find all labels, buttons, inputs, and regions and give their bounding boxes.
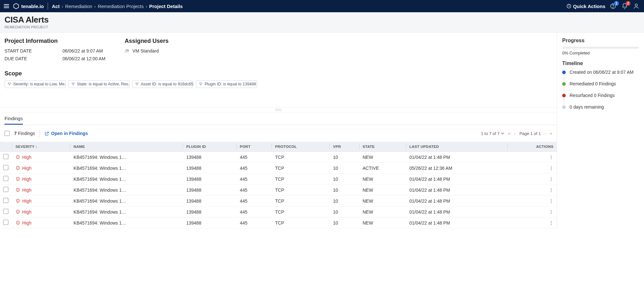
start-date-label: START DATE [5, 48, 50, 53]
severity-cell: High [15, 166, 67, 171]
shield-icon [15, 198, 20, 203]
select-all-checkbox[interactable] [5, 131, 10, 136]
project-info-section: Project Information START DATE 06/06/22 … [5, 38, 105, 64]
menu-icon[interactable] [4, 4, 9, 8]
state-cell: NEW [360, 174, 406, 185]
col-port[interactable]: PORT [237, 142, 272, 152]
table-row[interactable]: HighKB4571694: Windows 1…139488445TCP10A… [0, 163, 557, 174]
row-checkbox[interactable] [3, 187, 8, 192]
col-name[interactable]: NAME [70, 142, 183, 152]
timeline-dot-icon [562, 82, 566, 86]
col-severity[interactable]: SEVERITY↓ [12, 142, 70, 152]
vpr-cell: 10 [330, 174, 360, 185]
state-cell: NEW [360, 196, 406, 207]
timeline-dot-icon [562, 71, 566, 74]
vpr-cell: 10 [330, 163, 360, 174]
timeline-heading: Timeline [562, 61, 639, 66]
brand-logo[interactable]: tenable.io [13, 3, 44, 9]
col-protocol[interactable]: PROTOCOL [272, 142, 330, 152]
row-checkbox[interactable] [3, 198, 8, 203]
col-actions: ACTIONS [508, 142, 557, 152]
shield-icon [15, 209, 20, 214]
col-vpr[interactable]: VPR [330, 142, 360, 152]
shield-icon [15, 166, 20, 170]
table-row[interactable]: HighKB4571694: Windows 1…139488445TCP10N… [0, 196, 557, 207]
shield-icon [15, 155, 20, 159]
name-cell: KB4571694: Windows 1… [70, 163, 183, 174]
table-row[interactable]: HighKB4571694: Windows 1…139488445TCP10N… [0, 207, 557, 217]
state-cell: ACTIVE [360, 163, 406, 174]
row-checkbox[interactable] [3, 154, 8, 159]
progress-heading: Progress [562, 38, 639, 43]
breadcrumb-root[interactable]: Act [52, 4, 60, 9]
timeline-item: Created on 06/06/22 at 9:07 AM [562, 70, 639, 81]
col-plugin-id[interactable]: PLUGIN ID [183, 142, 236, 152]
svg-point-4 [635, 4, 638, 6]
bell-icon[interactable]: 2 [621, 2, 629, 10]
filter-chip[interactable]: Asset ID: is equal to 916dc65… [132, 80, 193, 88]
breadcrumb-item[interactable]: Remediation Projects [98, 4, 144, 9]
row-checkbox[interactable] [3, 209, 8, 214]
filter-chip[interactable]: State: is equal to Active, Res… [68, 80, 130, 88]
row-actions-button[interactable]: ⋮ [508, 196, 557, 207]
pager-next-button[interactable]: › [545, 131, 546, 136]
title-strip: CISA Alerts REMEDIATION PROJECT [0, 12, 644, 33]
divider [48, 3, 48, 10]
row-actions-button[interactable]: ⋮ [508, 163, 557, 174]
row-actions-button[interactable]: ⋮ [508, 185, 557, 196]
open-in-findings-link[interactable]: Open in Findings [44, 131, 88, 136]
user-icon[interactable] [632, 2, 640, 10]
svg-point-9 [18, 158, 18, 158]
last-updated-cell: 01/04/22 at 1:48 PM [406, 196, 508, 207]
table-row[interactable]: HighKB4571694: Windows 1…139488445TCP10N… [0, 152, 557, 163]
row-checkbox[interactable] [3, 220, 8, 225]
row-checkbox[interactable] [3, 176, 8, 181]
pager-prev-button[interactable]: ‹ [514, 131, 515, 136]
plugin-id-cell: 139488 [183, 185, 236, 196]
row-actions-button[interactable]: ⋮ [508, 217, 557, 228]
help-badge: 1 [614, 1, 619, 6]
row-actions-button[interactable]: ⋮ [508, 174, 557, 185]
quick-actions-button[interactable]: Quick Actions [566, 4, 605, 9]
pager-first-button[interactable]: ⇤ [508, 131, 512, 136]
breadcrumb-item[interactable]: Remediation [65, 4, 92, 9]
col-last-updated[interactable]: LAST UPDATED [406, 142, 508, 152]
table-row[interactable]: HighKB4571694: Windows 1…139488445TCP10N… [0, 185, 557, 196]
table-row[interactable]: HighKB4571694: Windows 1…139488445TCP10N… [0, 174, 557, 185]
table-row[interactable]: HighKB4571694: Windows 1…139488445TCP10N… [0, 217, 557, 228]
resize-handle[interactable] [0, 107, 557, 112]
divider [40, 130, 40, 137]
last-updated-cell: 01/04/22 at 1:48 PM [406, 174, 508, 185]
svg-point-13 [18, 201, 18, 202]
port-cell: 445 [237, 207, 272, 217]
protocol-cell: TCP [272, 196, 330, 207]
port-cell: 445 [237, 217, 272, 228]
shield-icon [15, 177, 20, 181]
findings-count: 7 Findings [14, 131, 35, 136]
protocol-cell: TCP [272, 163, 330, 174]
row-checkbox[interactable] [3, 165, 8, 170]
row-actions-button[interactable]: ⋮ [508, 207, 557, 217]
port-cell: 445 [237, 163, 272, 174]
help-icon[interactable]: 1 [609, 2, 617, 10]
pager-last-button[interactable]: ⇥ [549, 131, 552, 136]
col-state[interactable]: STATE [360, 142, 406, 152]
topbar: tenable.io Act › Remediation › Remediati… [0, 0, 644, 12]
name-cell: KB4571694: Windows 1… [70, 185, 183, 196]
name-cell: KB4571694: Windows 1… [70, 196, 183, 207]
progress-bar [562, 47, 639, 49]
tab-findings[interactable]: Findings [5, 116, 23, 125]
protocol-cell: TCP [272, 185, 330, 196]
state-cell: NEW [360, 152, 406, 163]
timeline-text: 0 days remaining [570, 104, 604, 110]
drag-icon [275, 109, 282, 111]
pager-range-dropdown[interactable]: 1 to 7 of 7 [481, 131, 504, 136]
filter-chip[interactable]: Severity: is equal to Low, Me… [5, 80, 66, 88]
filter-chip[interactable]: Plugin ID: is equal to 139488 [196, 80, 257, 88]
findings-table: SEVERITY↓ NAME PLUGIN ID PORT PROTOCOL V… [0, 142, 557, 228]
row-actions-button[interactable]: ⋮ [508, 152, 557, 163]
users-icon [125, 48, 130, 53]
plugin-id-cell: 139488 [183, 217, 236, 228]
due-date-label: DUE DATE [5, 56, 50, 61]
last-updated-cell: 05/26/22 at 12:36 AM [406, 163, 508, 174]
